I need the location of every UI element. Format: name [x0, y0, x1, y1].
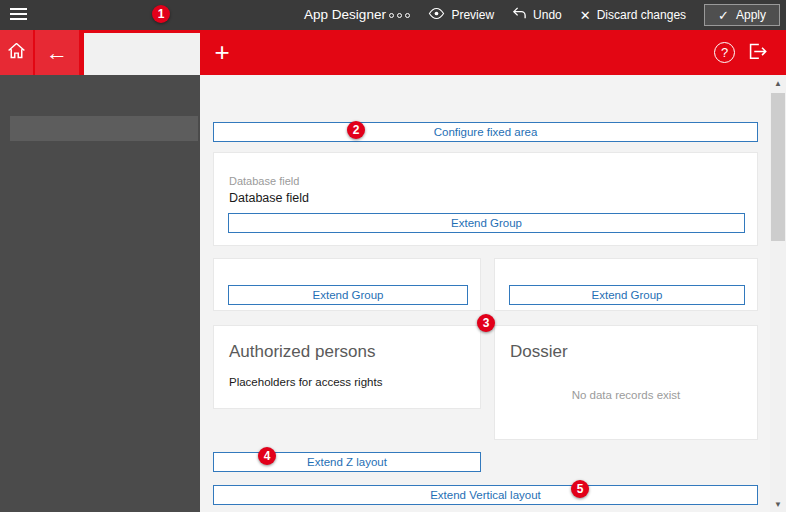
annotation-badge-4: 4: [258, 447, 276, 465]
annotation-badge-3: 3: [477, 314, 495, 332]
top-bar: App Designer Preview Undo ✕ Discard chan…: [0, 0, 786, 30]
extend-vertical-layout-button[interactable]: Extend Vertical layout: [213, 485, 758, 505]
discard-changes-button[interactable]: ✕ Discard changes: [580, 8, 686, 22]
designer-canvas: Configure fixed area Database field Data…: [200, 75, 770, 512]
undo-button[interactable]: Undo: [512, 6, 562, 24]
extend-group-button[interactable]: Extend Group: [509, 285, 745, 305]
help-button[interactable]: ?: [714, 42, 735, 63]
add-tab-button[interactable]: +: [206, 30, 238, 75]
plus-icon: +: [214, 37, 229, 68]
group-card-right[interactable]: Extend Group: [494, 258, 758, 311]
apply-button[interactable]: ✓ Apply: [704, 4, 780, 26]
scroll-down-icon[interactable]: ▼: [770, 496, 786, 512]
fixed-area-card[interactable]: Database field Database field Extend Gro…: [213, 152, 758, 246]
preview-label: Preview: [451, 8, 494, 22]
undo-icon: [512, 6, 527, 24]
apply-label: Apply: [736, 8, 766, 22]
home-button[interactable]: [0, 30, 33, 75]
annotation-badge-5: 5: [571, 480, 589, 498]
tab-bar: ← + ?: [0, 30, 786, 75]
overflow-menu-button[interactable]: [389, 13, 410, 18]
ellipsis-icon: [389, 13, 410, 18]
database-field-value: Database field: [229, 191, 309, 205]
vertical-scrollbar[interactable]: ▲ ▼: [770, 75, 786, 512]
scrollbar-thumb[interactable]: [771, 93, 785, 241]
back-button[interactable]: ←: [35, 30, 79, 75]
extend-z-layout-button[interactable]: Extend Z layout: [213, 452, 481, 472]
back-arrow-icon: ←: [46, 40, 68, 66]
sidebar-selected-item[interactable]: [10, 116, 198, 141]
annotation-badge-1: 1: [152, 5, 170, 23]
topbar-actions: Preview Undo ✕ Discard changes ✓ Apply: [389, 0, 780, 30]
home-icon: [6, 40, 27, 65]
app-title: App Designer: [304, 0, 386, 30]
dossier-title: Dossier: [510, 342, 568, 362]
check-icon: ✓: [718, 9, 729, 22]
undo-label: Undo: [533, 8, 562, 22]
discard-changes-label: Discard changes: [597, 8, 686, 22]
scroll-up-icon[interactable]: ▲: [770, 75, 786, 91]
logout-icon: [745, 40, 769, 66]
extend-group-button[interactable]: Extend Group: [228, 285, 468, 305]
preview-button[interactable]: Preview: [428, 7, 494, 23]
hamburger-menu-icon[interactable]: [10, 8, 27, 21]
exit-button[interactable]: [744, 41, 770, 65]
close-icon: ✕: [580, 9, 591, 22]
sidebar: [0, 75, 200, 512]
dossier-empty-text: No data records exist: [495, 389, 757, 401]
eye-icon: [428, 7, 445, 23]
question-icon: ?: [721, 45, 728, 60]
database-field-label: Database field: [229, 175, 299, 187]
extend-group-button[interactable]: Extend Group: [228, 213, 745, 233]
authorized-persons-title: Authorized persons: [229, 342, 375, 362]
configure-fixed-area-button[interactable]: Configure fixed area: [213, 122, 758, 142]
active-tab[interactable]: [84, 33, 200, 75]
group-card-left[interactable]: Extend Group: [213, 258, 481, 311]
authorized-persons-card[interactable]: Authorized persons Placeholders for acce…: [213, 325, 481, 409]
dossier-card[interactable]: Dossier No data records exist: [494, 325, 758, 440]
annotation-badge-2: 2: [347, 121, 365, 139]
authorized-persons-subtitle: Placeholders for access rights: [229, 376, 382, 388]
